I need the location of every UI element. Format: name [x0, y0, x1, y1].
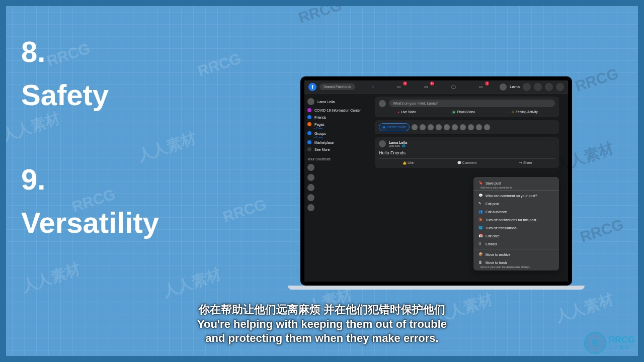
more-icon[interactable]: ⋯: [551, 142, 555, 146]
post-context-menu: 🔖Save post Add this to your saved items …: [473, 177, 559, 270]
menu-edit-post[interactable]: ✎Edit post: [473, 200, 559, 208]
post: Lama Leila Just now · 🌐 ⋯ Hello Friends …: [375, 137, 559, 168]
camera-icon: ●: [397, 110, 399, 114]
comment-button[interactable]: 💬 Comment: [438, 161, 497, 165]
bookmark-icon: 🔖: [478, 181, 482, 185]
post-author[interactable]: Lama Leila: [389, 141, 407, 144]
feeling-button[interactable]: ☺Feeling/Activity: [509, 110, 537, 114]
room-avatar[interactable]: [444, 124, 450, 130]
room-avatar[interactable]: [436, 124, 442, 130]
search-input[interactable]: Search Facebook: [319, 83, 355, 90]
separator: [473, 190, 559, 191]
tab-home[interactable]: ⌂: [368, 82, 378, 91]
like-button[interactable]: 👍 Like: [379, 161, 438, 165]
calendar-icon: 📅: [478, 234, 482, 238]
shortcut-item[interactable]: [307, 162, 367, 172]
facebook-screen: f Search Facebook ⌂ ▭9 ▭9+ ◯ ▭2 Lama: [304, 80, 568, 282]
code-icon: ⟨⟩: [478, 242, 482, 246]
room-avatar[interactable]: [468, 124, 474, 130]
menu-trash-sub: Items in your trash are deleted after 30…: [480, 265, 559, 268]
menu-turn-off-trans[interactable]: 🌐Turn off translations: [473, 224, 559, 232]
badge-icon: 2: [485, 81, 489, 85]
tab-groups[interactable]: ◯: [447, 82, 460, 91]
room-avatar[interactable]: [412, 124, 418, 130]
menu-archive[interactable]: 📦Move to archive: [473, 250, 559, 258]
sidebar-item-seemore[interactable]: See More: [307, 146, 367, 153]
tab-watch[interactable]: ▭9: [393, 82, 405, 91]
sidebar-item-marketplace[interactable]: Marketplace: [307, 139, 367, 146]
create-room-button[interactable]: ▣ Create Room: [379, 123, 410, 131]
menu-edit-audience[interactable]: 👥Edit audience: [473, 208, 559, 216]
archive-icon: 📦: [478, 252, 482, 256]
composer-input[interactable]: What's on your mind, Lama?: [389, 100, 555, 107]
facebook-logo-icon[interactable]: f: [308, 83, 316, 91]
rooms-card: ▣ Create Room: [375, 120, 559, 134]
room-avatar[interactable]: [476, 124, 482, 130]
post-time: Just now · 🌐: [389, 144, 407, 147]
room-avatar[interactable]: [452, 124, 458, 130]
composer: What's on your mind, Lama? ●Live Video ▣…: [375, 97, 559, 117]
subtitle-en-2: and protecting them when they make error…: [6, 331, 638, 346]
brand-badge-icon: R: [584, 332, 606, 354]
fb-feed: What's on your mind, Lama? ●Live Video ▣…: [370, 94, 564, 282]
subtitles: 你在帮助让他们远离麻烦 并在他们犯错时保护他们 You're helping w…: [6, 303, 638, 346]
room-avatar[interactable]: [420, 124, 426, 130]
menu-turn-off-notif[interactable]: 🔕Turn off notifications for this post: [473, 216, 559, 224]
chevron-down-icon[interactable]: [556, 83, 564, 91]
post-text: Hello Friends: [379, 150, 555, 155]
laptop-base: [288, 286, 585, 290]
smile-icon: ☺: [511, 110, 514, 114]
people-icon: 👥: [478, 210, 482, 214]
tab-gaming[interactable]: ▭2: [475, 82, 487, 91]
share-button[interactable]: ↪ Share: [496, 161, 555, 165]
shortcut-item[interactable]: [307, 172, 367, 183]
shortcuts-header: Your Shortcuts: [307, 156, 367, 162]
bell-icon[interactable]: [545, 83, 553, 91]
trash-icon: 🗑: [478, 260, 482, 264]
shortcut-item[interactable]: [307, 193, 367, 203]
live-video-button[interactable]: ●Live Video: [396, 110, 416, 114]
watermark: RRCG: [296, 0, 344, 27]
menu-save-sub: Add this to your saved items: [480, 186, 559, 189]
room-avatar[interactable]: [484, 124, 490, 130]
fb-left-sidebar: Lama Leila COVID-19 Information Center F…: [304, 94, 370, 282]
avatar[interactable]: [500, 83, 507, 90]
subtitle-cn: 你在帮助让他们远离麻烦 并在他们犯错时保护他们: [6, 303, 638, 317]
comment-icon: 💬: [478, 194, 482, 198]
store-icon: [307, 140, 311, 144]
separator: [473, 249, 559, 249]
chevron-down-icon: [307, 147, 311, 151]
room-avatar[interactable]: [460, 124, 466, 130]
home-icon: ⌂: [372, 84, 374, 89]
friends-icon: [307, 115, 311, 119]
profile-name[interactable]: Lama: [510, 84, 520, 89]
menu-who-comment[interactable]: 💬Who can comment on your post?: [473, 192, 559, 200]
fb-right-strip: [564, 94, 568, 282]
brand-sub: 人人素材: [608, 344, 635, 351]
brand-name: RRCG: [608, 335, 635, 344]
globe-icon: 🌐: [402, 144, 406, 147]
menu-edit-date[interactable]: 📅Edit date: [473, 232, 559, 240]
avatar: [307, 98, 314, 105]
subtitle-en-1: You're helping with keeping them out of …: [6, 317, 638, 332]
photo-video-button[interactable]: ▣Photo/Video: [451, 110, 475, 114]
menu-icon[interactable]: [523, 83, 531, 91]
messenger-icon[interactable]: [534, 83, 542, 91]
watermark-cn: 人人素材: [20, 258, 84, 297]
shortcut-item[interactable]: [307, 183, 367, 193]
sidebar-item-profile[interactable]: Lama Leila: [307, 97, 367, 107]
watermark-cn: 人人素材: [160, 263, 224, 302]
shortcut-item[interactable]: [307, 203, 367, 213]
room-avatar[interactable]: [428, 124, 434, 130]
groups-icon: [307, 131, 311, 135]
menu-embed[interactable]: ⟨⟩Embed: [473, 240, 559, 248]
tab-marketplace[interactable]: ▭9+: [420, 82, 432, 91]
bell-off-icon: 🔕: [478, 218, 482, 222]
sidebar-item-covid[interactable]: COVID-19 Information Center: [307, 107, 367, 114]
avatar[interactable]: [379, 140, 386, 147]
covid-icon: [307, 108, 311, 112]
sidebar-item-friends[interactable]: Friends: [307, 114, 367, 121]
badge-icon: 9: [403, 81, 407, 85]
slide-bullets: 8. Safety 9. Versatility: [21, 31, 243, 245]
flag-icon: [307, 122, 311, 126]
